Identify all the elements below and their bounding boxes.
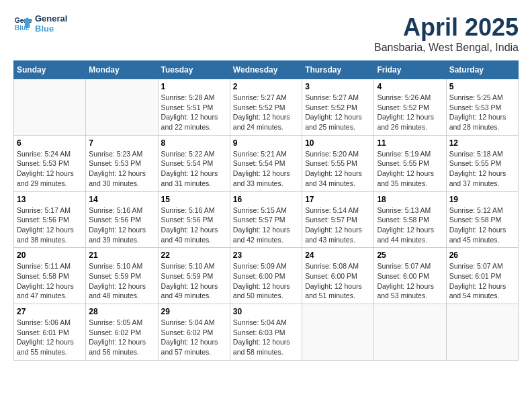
calendar-cell (302, 304, 374, 361)
day-info: Sunrise: 5:24 AMSunset: 5:53 PMDaylight:… (17, 149, 83, 189)
day-number: 10 (305, 138, 371, 148)
day-info: Sunrise: 5:07 AMSunset: 6:01 PMDaylight:… (449, 261, 515, 301)
day-info: Sunrise: 5:04 AMSunset: 6:02 PMDaylight:… (161, 318, 227, 357)
calendar-cell (14, 79, 86, 136)
day-number: 25 (377, 250, 443, 260)
calendar-cell: 7Sunrise: 5:23 AMSunset: 5:53 PMDaylight… (86, 135, 158, 191)
day-info: Sunrise: 5:28 AMSunset: 5:51 PMDaylight:… (161, 93, 227, 132)
weekday-header: Sunday (14, 61, 86, 79)
calendar-cell: 16Sunrise: 5:15 AMSunset: 5:57 PMDayligh… (230, 191, 302, 248)
day-number: 26 (449, 250, 515, 260)
day-info: Sunrise: 5:27 AMSunset: 5:52 PMDaylight:… (233, 93, 299, 132)
calendar-cell: 4Sunrise: 5:26 AMSunset: 5:52 PMDaylight… (374, 79, 446, 136)
weekday-header: Thursday (302, 61, 374, 79)
day-info: Sunrise: 5:13 AMSunset: 5:58 PMDaylight:… (377, 205, 443, 245)
day-number: 2 (233, 82, 299, 91)
calendar-cell: 6Sunrise: 5:24 AMSunset: 5:53 PMDaylight… (14, 135, 86, 191)
weekday-header: Monday (86, 61, 158, 79)
weekday-header: Wednesday (230, 61, 302, 79)
day-info: Sunrise: 5:09 AMSunset: 6:00 PMDaylight:… (233, 261, 299, 301)
calendar-cell: 9Sunrise: 5:21 AMSunset: 5:54 PMDaylight… (230, 135, 302, 191)
day-info: Sunrise: 5:20 AMSunset: 5:55 PMDaylight:… (305, 149, 371, 189)
day-info: Sunrise: 5:10 AMSunset: 5:59 PMDaylight:… (161, 261, 227, 301)
calendar-cell: 19Sunrise: 5:12 AMSunset: 5:58 PMDayligh… (446, 191, 518, 248)
calendar-cell: 11Sunrise: 5:19 AMSunset: 5:55 PMDayligh… (374, 135, 446, 191)
calendar-cell (446, 304, 518, 361)
calendar-cell: 8Sunrise: 5:22 AMSunset: 5:54 PMDaylight… (158, 135, 230, 191)
weekday-header: Tuesday (158, 61, 230, 79)
day-info: Sunrise: 5:26 AMSunset: 5:52 PMDaylight:… (377, 93, 443, 132)
day-number: 6 (17, 138, 83, 148)
day-info: Sunrise: 5:19 AMSunset: 5:55 PMDaylight:… (377, 149, 443, 189)
day-info: Sunrise: 5:11 AMSunset: 5:58 PMDaylight:… (17, 261, 83, 301)
day-number: 5 (449, 82, 515, 91)
day-info: Sunrise: 5:06 AMSunset: 6:01 PMDaylight:… (17, 318, 83, 357)
subtitle: Bansbaria, West Bengal, India (374, 42, 519, 54)
calendar-cell: 18Sunrise: 5:13 AMSunset: 5:58 PMDayligh… (374, 191, 446, 248)
day-info: Sunrise: 5:04 AMSunset: 6:03 PMDaylight:… (233, 318, 299, 357)
day-info: Sunrise: 5:14 AMSunset: 5:57 PMDaylight:… (305, 205, 371, 245)
logo-line1: General (35, 13, 67, 24)
calendar-cell (86, 79, 158, 136)
day-number: 3 (305, 82, 371, 91)
day-info: Sunrise: 5:25 AMSunset: 5:53 PMDaylight:… (449, 93, 515, 132)
calendar: SundayMondayTuesdayWednesdayThursdayFrid… (13, 60, 519, 361)
day-info: Sunrise: 5:15 AMSunset: 5:57 PMDaylight:… (233, 205, 299, 245)
calendar-week-row: 27Sunrise: 5:06 AMSunset: 6:01 PMDayligh… (14, 304, 519, 361)
day-number: 20 (17, 250, 83, 260)
calendar-cell: 23Sunrise: 5:09 AMSunset: 6:00 PMDayligh… (230, 248, 302, 304)
calendar-week-row: 6Sunrise: 5:24 AMSunset: 5:53 PMDaylight… (14, 135, 519, 191)
day-info: Sunrise: 5:16 AMSunset: 5:56 PMDaylight:… (89, 205, 154, 245)
day-number: 12 (449, 138, 515, 148)
calendar-cell: 20Sunrise: 5:11 AMSunset: 5:58 PMDayligh… (14, 248, 86, 304)
calendar-cell: 17Sunrise: 5:14 AMSunset: 5:57 PMDayligh… (302, 191, 374, 248)
calendar-cell: 12Sunrise: 5:18 AMSunset: 5:55 PMDayligh… (446, 135, 518, 191)
day-number: 4 (377, 82, 443, 91)
calendar-cell: 27Sunrise: 5:06 AMSunset: 6:01 PMDayligh… (14, 304, 86, 361)
calendar-cell: 5Sunrise: 5:25 AMSunset: 5:53 PMDaylight… (446, 79, 518, 136)
day-number: 21 (89, 250, 154, 260)
day-number: 18 (377, 195, 443, 204)
day-number: 30 (233, 307, 299, 316)
calendar-cell: 2Sunrise: 5:27 AMSunset: 5:52 PMDaylight… (230, 79, 302, 136)
title-area: April 2025 Bansbaria, West Bengal, India (374, 13, 519, 54)
day-info: Sunrise: 5:17 AMSunset: 5:56 PMDaylight:… (17, 205, 83, 245)
calendar-cell: 15Sunrise: 5:16 AMSunset: 5:56 PMDayligh… (158, 191, 230, 248)
day-number: 17 (305, 195, 371, 204)
logo-line2: Blue (35, 24, 67, 34)
day-number: 29 (161, 307, 227, 316)
day-info: Sunrise: 5:10 AMSunset: 5:59 PMDaylight:… (89, 261, 154, 301)
day-number: 7 (89, 138, 154, 148)
day-info: Sunrise: 5:27 AMSunset: 5:52 PMDaylight:… (305, 93, 371, 132)
day-number: 24 (305, 250, 371, 260)
calendar-cell: 28Sunrise: 5:05 AMSunset: 6:02 PMDayligh… (86, 304, 158, 361)
day-info: Sunrise: 5:22 AMSunset: 5:54 PMDaylight:… (161, 149, 227, 189)
calendar-week-row: 1Sunrise: 5:28 AMSunset: 5:51 PMDaylight… (14, 79, 519, 136)
weekday-header-row: SundayMondayTuesdayWednesdayThursdayFrid… (14, 61, 519, 79)
day-number: 28 (89, 307, 154, 316)
logo: General Blue General Blue (13, 13, 67, 34)
day-number: 15 (161, 195, 227, 204)
calendar-cell: 24Sunrise: 5:08 AMSunset: 6:00 PMDayligh… (302, 248, 374, 304)
calendar-cell: 30Sunrise: 5:04 AMSunset: 6:03 PMDayligh… (230, 304, 302, 361)
logo-icon: General Blue (13, 14, 32, 33)
day-info: Sunrise: 5:18 AMSunset: 5:55 PMDaylight:… (449, 149, 515, 189)
weekday-header: Friday (374, 61, 446, 79)
day-info: Sunrise: 5:07 AMSunset: 6:00 PMDaylight:… (377, 261, 443, 301)
calendar-cell: 25Sunrise: 5:07 AMSunset: 6:00 PMDayligh… (374, 248, 446, 304)
calendar-cell: 29Sunrise: 5:04 AMSunset: 6:02 PMDayligh… (158, 304, 230, 361)
calendar-week-row: 20Sunrise: 5:11 AMSunset: 5:58 PMDayligh… (14, 248, 519, 304)
calendar-cell: 3Sunrise: 5:27 AMSunset: 5:52 PMDaylight… (302, 79, 374, 136)
day-number: 9 (233, 138, 299, 148)
header: General Blue General Blue April 2025 Ban… (13, 13, 519, 54)
day-number: 1 (161, 82, 227, 91)
main-title: April 2025 (374, 13, 519, 42)
day-number: 14 (89, 195, 154, 204)
day-info: Sunrise: 5:23 AMSunset: 5:53 PMDaylight:… (89, 149, 154, 189)
day-number: 27 (17, 307, 83, 316)
calendar-cell: 26Sunrise: 5:07 AMSunset: 6:01 PMDayligh… (446, 248, 518, 304)
calendar-cell: 22Sunrise: 5:10 AMSunset: 5:59 PMDayligh… (158, 248, 230, 304)
day-info: Sunrise: 5:05 AMSunset: 6:02 PMDaylight:… (89, 318, 154, 357)
day-info: Sunrise: 5:21 AMSunset: 5:54 PMDaylight:… (233, 149, 299, 189)
calendar-cell (374, 304, 446, 361)
